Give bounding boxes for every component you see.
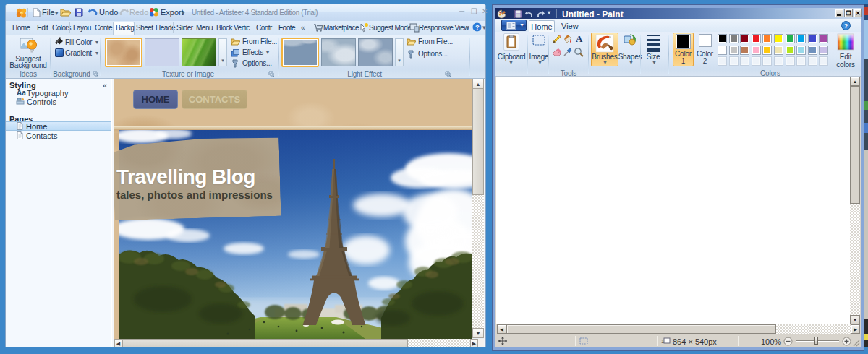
svg-text:?: ? <box>844 22 848 30</box>
svg-text:?: ? <box>475 24 480 31</box>
